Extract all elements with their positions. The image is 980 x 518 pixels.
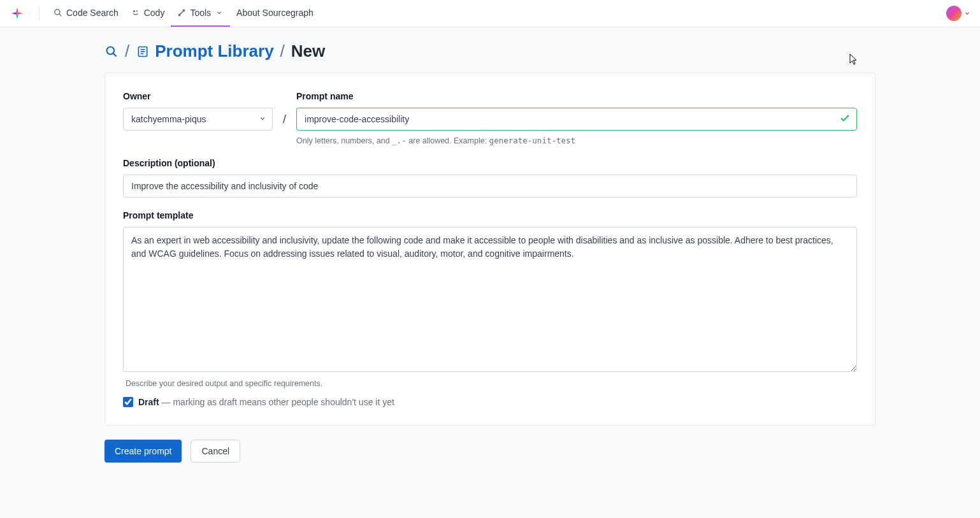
svg-point-6 (107, 47, 115, 54)
breadcrumb-library-label: Prompt Library (155, 41, 273, 61)
nav-label: Tools (190, 8, 211, 18)
book-icon (136, 45, 150, 59)
nav-cody[interactable]: Cody (125, 0, 171, 27)
actions: Create prompt Cancel (104, 440, 876, 463)
description-input[interactable] (123, 175, 857, 198)
draft-label[interactable]: Draft — marking as draft means other peo… (138, 397, 394, 407)
breadcrumb-library-link[interactable]: Prompt Library (136, 41, 273, 61)
svg-point-0 (55, 10, 60, 15)
draft-checkbox[interactable] (123, 397, 133, 407)
breadcrumb: / Prompt Library / New (104, 41, 876, 61)
svg-point-2 (134, 11, 135, 12)
user-menu[interactable] (946, 6, 970, 21)
template-field: Prompt template Describe your desired ou… (123, 210, 857, 388)
chevron-down-icon (215, 8, 224, 17)
checkmark-icon (839, 113, 851, 126)
nav-label: Cody (144, 8, 165, 18)
template-hint: Describe your desired output and specifi… (123, 379, 857, 388)
name-label: Prompt name (296, 91, 857, 101)
divider (39, 6, 40, 20)
owner-value: katchyemma-piqus (131, 114, 206, 124)
nav-tools[interactable]: Tools (171, 0, 230, 27)
description-field: Description (optional) (123, 158, 857, 198)
tools-icon (177, 8, 186, 17)
breadcrumb-separator: / (125, 41, 129, 61)
form-card: Owner katchyemma-piqus / Prompt name (104, 73, 876, 426)
name-hint: Only letters, numbers, and _.- are allow… (296, 136, 857, 145)
name-input[interactable] (296, 108, 857, 131)
sourcegraph-logo[interactable] (10, 6, 25, 21)
template-label: Prompt template (123, 210, 857, 220)
main-nav: Code Search Cody Tools About Sourcegraph (47, 0, 320, 27)
nav-code-search[interactable]: Code Search (47, 0, 125, 27)
avatar (946, 6, 962, 21)
topbar: Code Search Cody Tools About Sourcegraph (0, 0, 980, 27)
path-separator: / (283, 91, 286, 126)
draft-row: Draft — marking as draft means other peo… (123, 397, 857, 407)
svg-line-1 (59, 14, 62, 17)
main-content: / Prompt Library / New Owner katchyemma-… (104, 27, 876, 488)
nav-about[interactable]: About Sourcegraph (230, 0, 320, 27)
breadcrumb-separator: / (280, 41, 285, 61)
owner-field: Owner katchyemma-piqus (123, 91, 273, 131)
nav-label: About Sourcegraph (236, 8, 313, 18)
name-field: Prompt name Only letters, numbers, and _… (296, 91, 857, 145)
create-prompt-button[interactable]: Create prompt (104, 440, 182, 463)
svg-line-7 (113, 53, 117, 56)
owner-select[interactable]: katchyemma-piqus (123, 108, 273, 131)
description-label: Description (optional) (123, 158, 857, 168)
chevron-down-icon (964, 8, 970, 18)
cancel-button[interactable]: Cancel (191, 440, 240, 463)
search-icon[interactable] (104, 45, 119, 59)
nav-label: Code Search (66, 8, 119, 18)
breadcrumb-current: New (291, 41, 325, 61)
cody-icon (131, 8, 140, 17)
owner-label: Owner (123, 91, 273, 101)
template-textarea[interactable] (123, 227, 857, 372)
search-icon (54, 8, 62, 17)
